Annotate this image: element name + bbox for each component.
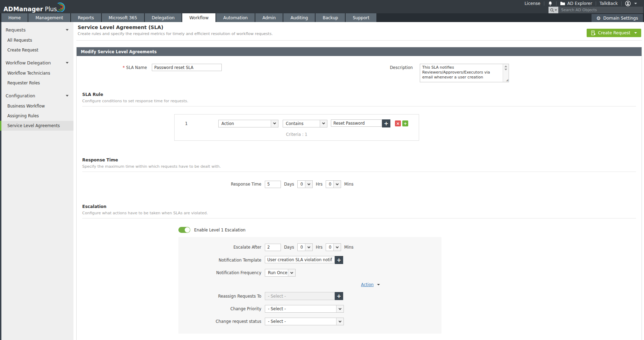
tab-microsoft-365[interactable]: Microsoft 365 <box>102 13 144 22</box>
chevron-down-icon <box>336 318 344 325</box>
sidebar-group-configuration[interactable]: Configuration <box>0 88 73 101</box>
criteria-condition-select[interactable]: Contains <box>283 120 327 127</box>
add-criteria-button[interactable]: + <box>402 120 408 126</box>
create-request-label: Create Request <box>598 30 630 35</box>
delete-criteria-button[interactable]: × <box>395 120 401 126</box>
chevron-down-icon <box>271 120 278 127</box>
criteria-value-picker-button[interactable]: + <box>382 119 390 127</box>
sidebar-item-business-workflow[interactable]: Business Workflow <box>0 101 73 111</box>
chevron-down-icon <box>66 29 69 31</box>
criteria-value-group: + <box>331 119 390 127</box>
search-icon <box>550 8 554 12</box>
chevron-down-icon <box>634 3 637 4</box>
required-marker: * <box>123 65 125 70</box>
tab-admin[interactable]: Admin <box>255 13 283 22</box>
change-status-select[interactable]: - Select - <box>265 318 344 325</box>
sidebar-item-assigning-rules[interactable]: Assigning Rules <box>0 111 73 121</box>
tab-support[interactable]: Support <box>346 13 376 22</box>
sidebar-item-requester-roles[interactable]: Requester Roles <box>0 78 73 88</box>
tab-workflow[interactable]: Workflow <box>182 13 215 22</box>
chevron-down-icon <box>555 9 557 11</box>
license-link[interactable]: License <box>521 1 544 6</box>
notification-template-input[interactable] <box>265 256 335 263</box>
scroll-down-icon[interactable] <box>504 69 507 70</box>
tab-reports[interactable]: Reports <box>71 13 101 22</box>
description-text: This SLA notifies Reviewers/Approvers/Ex… <box>420 64 503 82</box>
search-input[interactable] <box>558 7 643 13</box>
tab-backup[interactable]: Backup <box>316 13 345 22</box>
response-hrs-select[interactable]: 0 <box>297 180 313 188</box>
page-subtitle: Create rules and specify the required me… <box>78 32 642 36</box>
escalate-hrs-value: 0 <box>298 244 305 251</box>
topbar-links: License AD Explorer TalkBack <box>521 0 641 7</box>
search-button[interactable] <box>549 7 558 13</box>
action-link[interactable]: Action <box>361 282 374 287</box>
criteria-field-select[interactable]: Action <box>218 120 278 127</box>
domain-settings-label: Domain Settings <box>603 16 638 21</box>
notification-frequency-select[interactable]: Run Once <box>265 269 296 277</box>
criteria-value-input[interactable] <box>331 119 382 127</box>
group-label: Workflow Delegation <box>6 60 51 65</box>
sidebar-group-workflow-delegation[interactable]: Workflow Delegation <box>0 55 73 68</box>
talkback-label: TalkBack <box>600 1 618 6</box>
sidebar-item-service-level-agreements[interactable]: Service Level Agreements <box>0 121 73 131</box>
reassign-row: Reassign Requests To - Select - + <box>178 292 441 300</box>
action-row: Action <box>361 282 441 287</box>
group-label: Requests <box>6 27 26 33</box>
days-unit-label: Days <box>284 245 294 250</box>
escalation-section: Escalation Configure what actions have t… <box>82 204 636 340</box>
notification-frequency-label: Notification Frequency <box>178 270 261 275</box>
escalate-mins-select[interactable]: 0 <box>326 243 341 251</box>
change-priority-select[interactable]: - Select - <box>265 305 344 313</box>
pick-technician-button[interactable]: + <box>335 292 343 300</box>
tab-delegation[interactable]: Delegation <box>145 13 182 22</box>
tab-home[interactable]: Home <box>1 13 28 22</box>
chevron-down-icon <box>66 62 69 64</box>
hrs-unit-label: Hrs <box>316 245 323 250</box>
domain-settings-button[interactable]: ⚙ Domain Settings <box>592 14 643 22</box>
description-label: Description <box>388 64 413 70</box>
escalation-title: Escalation <box>82 204 636 209</box>
criteria-count: Criteria : 1 <box>175 132 419 137</box>
level1-escalation-toggle[interactable] <box>178 227 190 233</box>
textarea-scrollbar[interactable]: ◢ <box>503 64 509 82</box>
sla-name-input[interactable] <box>152 64 222 71</box>
user-menu[interactable] <box>622 1 641 6</box>
reassign-group: - Select - + <box>265 292 343 300</box>
response-mins-select[interactable]: 0 <box>326 180 341 188</box>
description-textarea[interactable]: This SLA notifies Reviewers/Approvers/Ex… <box>420 64 509 82</box>
change-priority-row: Change Priority - Select - <box>178 305 441 313</box>
create-request-button[interactable]: Create Request <box>587 29 641 37</box>
notifications-button[interactable] <box>544 1 556 6</box>
resize-handle-icon[interactable]: ◢ <box>506 78 508 82</box>
escalate-days-input[interactable] <box>265 244 281 251</box>
divider <box>82 106 636 106</box>
logo-suffix: Plus <box>45 6 57 13</box>
escalate-hrs-select[interactable]: 0 <box>297 243 313 251</box>
gear-icon: ⚙ <box>596 16 601 21</box>
ad-explorer-link[interactable]: AD Explorer <box>557 1 596 6</box>
add-notification-template-button[interactable]: + <box>335 256 343 264</box>
tab-automation[interactable]: Automation <box>216 13 255 22</box>
chevron-down-icon <box>333 181 341 188</box>
sidebar-item-workflow-technicians[interactable]: Workflow Technicians <box>0 68 73 78</box>
tab-management[interactable]: Management <box>28 13 70 22</box>
chevron-down-icon <box>320 120 327 127</box>
reassign-select[interactable]: - Select - <box>265 292 335 300</box>
sidebar-group-requests[interactable]: Requests <box>0 22 73 35</box>
panel-body: *SLA Name Description This SLA notifies … <box>77 64 642 340</box>
sidebar-item-create-request[interactable]: Create Request <box>0 45 73 55</box>
hrs-unit-label: Hrs <box>316 182 323 187</box>
chevron-down-icon <box>333 244 341 251</box>
tab-auditing[interactable]: Auditing <box>283 13 315 22</box>
license-label: License <box>524 1 540 6</box>
scroll-up-icon[interactable] <box>504 65 507 67</box>
response-days-input[interactable] <box>265 181 281 188</box>
criteria-field-value: Action <box>219 120 271 127</box>
sidebar-item-all-requests[interactable]: All Requests <box>0 35 73 45</box>
sla-rule-section: SLA Rule Configure conditions to set res… <box>82 92 636 141</box>
group-label: Configuration <box>6 93 35 98</box>
talkback-link[interactable]: TalkBack <box>596 1 621 6</box>
chevron-down-icon <box>66 95 69 97</box>
sidebar-accent-strip <box>0 22 1 340</box>
